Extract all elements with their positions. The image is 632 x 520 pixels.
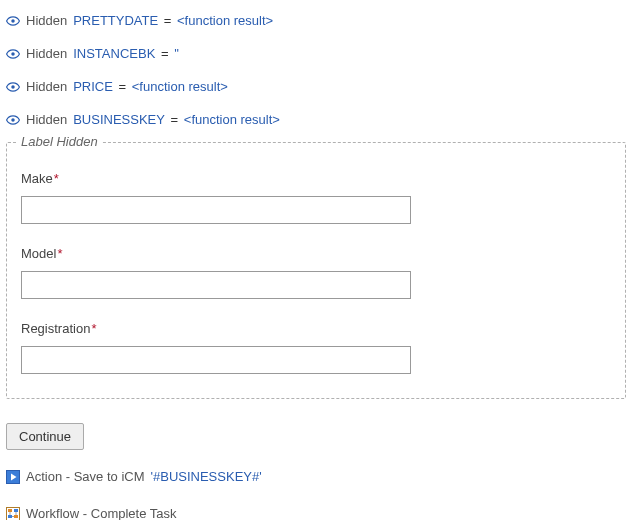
label-text: Make bbox=[21, 171, 53, 186]
svg-rect-6 bbox=[8, 509, 12, 512]
hidden-field-value: '' bbox=[174, 46, 179, 61]
action-lead-text: Action - Save to iCM bbox=[26, 469, 145, 484]
model-input[interactable] bbox=[21, 271, 411, 299]
hidden-field-name: PRICE bbox=[73, 79, 113, 94]
form-field-make: Make* bbox=[21, 171, 611, 224]
make-input[interactable] bbox=[21, 196, 411, 224]
svg-rect-9 bbox=[14, 515, 18, 518]
svg-rect-8 bbox=[8, 515, 12, 518]
hidden-field-row[interactable]: Hidden PRETTYDATE = <function result> bbox=[6, 10, 626, 31]
label-text: Registration bbox=[21, 321, 90, 336]
action-save-to-icm-row[interactable]: Action - Save to iCM '#BUSINESSKEY#' bbox=[6, 466, 626, 487]
form-field-model: Model* bbox=[21, 246, 611, 299]
hidden-field-row[interactable]: Hidden INSTANCEBK = '' bbox=[6, 43, 626, 64]
workflow-icon bbox=[6, 507, 20, 521]
hidden-eye-icon bbox=[6, 81, 20, 93]
action-play-icon bbox=[6, 470, 20, 484]
form-designer-canvas: Hidden PRETTYDATE = <function result> Hi… bbox=[0, 0, 632, 520]
hidden-keyword: Hidden bbox=[26, 79, 67, 94]
hidden-field-name: PRETTYDATE bbox=[73, 13, 158, 28]
hidden-eye-icon bbox=[6, 48, 20, 60]
hidden-field-row[interactable]: Hidden PRICE = <function result> bbox=[6, 76, 626, 97]
hidden-field-value: <function result> bbox=[132, 79, 228, 94]
required-asterisk: * bbox=[91, 321, 96, 336]
required-asterisk: * bbox=[57, 246, 62, 261]
svg-point-1 bbox=[11, 52, 15, 56]
hidden-field-value: <function result> bbox=[184, 112, 280, 127]
hidden-keyword: Hidden bbox=[26, 112, 67, 127]
label-text: Model bbox=[21, 246, 56, 261]
hidden-eye-icon bbox=[6, 15, 20, 27]
svg-point-3 bbox=[11, 118, 15, 122]
svg-point-2 bbox=[11, 85, 15, 89]
equals-sign: = bbox=[167, 112, 182, 127]
registration-input[interactable] bbox=[21, 346, 411, 374]
required-asterisk: * bbox=[54, 171, 59, 186]
make-label: Make* bbox=[21, 171, 611, 186]
equals-sign: = bbox=[157, 46, 172, 61]
equals-sign: = bbox=[160, 13, 175, 28]
svg-rect-7 bbox=[14, 509, 18, 512]
continue-button[interactable]: Continue bbox=[6, 423, 84, 450]
svg-point-0 bbox=[11, 19, 15, 23]
workflow-lead-text: Workflow - Complete Task bbox=[26, 506, 177, 520]
model-label: Model* bbox=[21, 246, 611, 261]
form-field-registration: Registration* bbox=[21, 321, 611, 374]
hidden-eye-icon bbox=[6, 114, 20, 126]
hidden-keyword: Hidden bbox=[26, 46, 67, 61]
hidden-field-value: <function result> bbox=[177, 13, 273, 28]
hidden-field-name: BUSINESSKEY bbox=[73, 112, 165, 127]
hidden-keyword: Hidden bbox=[26, 13, 67, 28]
action-param: '#BUSINESSKEY#' bbox=[151, 469, 262, 484]
hidden-field-name: INSTANCEBK bbox=[73, 46, 155, 61]
workflow-complete-task-row[interactable]: Workflow - Complete Task bbox=[6, 503, 626, 520]
equals-sign: = bbox=[115, 79, 130, 94]
registration-label: Registration* bbox=[21, 321, 611, 336]
hidden-field-row[interactable]: Hidden BUSINESSKEY = <function result> bbox=[6, 109, 626, 130]
label-hidden-group[interactable]: Label Hidden Make* Model* Registration* bbox=[6, 142, 626, 399]
group-legend: Label Hidden bbox=[17, 134, 102, 149]
